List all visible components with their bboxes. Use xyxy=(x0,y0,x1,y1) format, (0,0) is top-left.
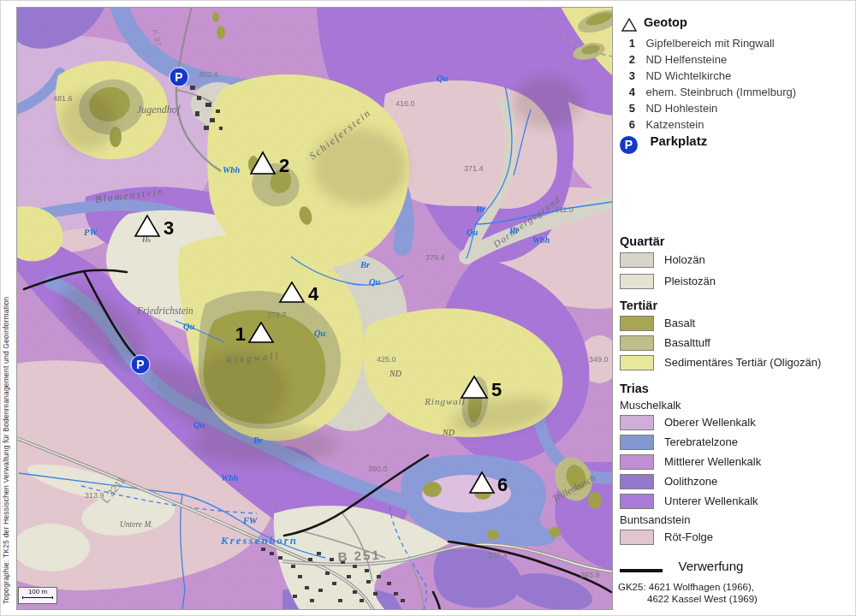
legend-row-basalttuff: Basalttuff xyxy=(620,335,654,354)
swatch-unterer-wellenkalk xyxy=(620,494,654,509)
svg-text:Qu: Qu xyxy=(314,329,326,338)
label-friedrichstein: Friedrichstein xyxy=(136,305,193,316)
svg-text:Qu: Qu xyxy=(467,228,479,237)
gk25-line1: GK25: 4621 Wolfhagen (1966), xyxy=(618,582,754,592)
svg-text:Wbh: Wbh xyxy=(532,235,550,245)
swatch-mittlerer-wellenkalk xyxy=(620,454,654,470)
label-nd1: ND xyxy=(389,369,402,378)
svg-text:393.9: 393.9 xyxy=(580,571,600,579)
svg-text:FW: FW xyxy=(242,516,258,525)
svg-text:Br: Br xyxy=(508,226,520,235)
legend-geotop-item: 1 Gipfelbereich mit Ringwall xyxy=(620,35,775,50)
legend-row-unterer-wellenkalk: Unterer Wellenkalk xyxy=(620,494,654,512)
legend-row-roet-folge: Röt-Folge xyxy=(620,530,654,548)
label-jugendhof: Jugendhof xyxy=(137,104,181,116)
legend-geotop-item: 4 ehem. Steinbruch (Immelburg) xyxy=(620,84,796,99)
geotop-triangle-icon xyxy=(621,18,637,32)
svg-text:349.0: 349.0 xyxy=(589,355,609,364)
label-ringwall-e: Ringwall xyxy=(424,396,466,406)
legend-geotop-item: 2 ND Helfensteine xyxy=(620,51,727,67)
svg-text:425.0: 425.0 xyxy=(377,355,396,364)
legend-row-holozaen: Holozän xyxy=(620,252,654,271)
svg-text:313.9: 313.9 xyxy=(85,491,104,500)
svg-text:4: 4 xyxy=(308,283,319,305)
svg-text:481.6: 481.6 xyxy=(53,94,73,103)
svg-text:1: 1 xyxy=(235,323,246,345)
svg-text:6: 6 xyxy=(497,474,508,495)
svg-text:371.4: 371.4 xyxy=(464,164,484,173)
geologic-map[interactable]: Jugendhof Schieferstein Blumenstein Frie… xyxy=(16,7,613,610)
legend-trias-header: Trias xyxy=(620,382,649,395)
label-kressenborn: Kressenborn xyxy=(220,534,298,547)
svg-text:Wbh: Wbh xyxy=(223,165,241,175)
svg-text:Qu: Qu xyxy=(193,420,205,429)
svg-text:Qu: Qu xyxy=(183,322,195,331)
scale-bar-label: 100 m xyxy=(28,588,47,595)
legend-row-oberer-wellenkalk: Oberer Wellenkalk xyxy=(620,415,654,434)
svg-text:Br: Br xyxy=(475,204,486,214)
legend-tertiaer-header: Tertiär xyxy=(620,299,657,312)
svg-text:5: 5 xyxy=(491,379,502,400)
svg-text:402.4: 402.4 xyxy=(199,70,218,79)
svg-text:2: 2 xyxy=(279,155,289,176)
fault-line-symbol xyxy=(620,569,663,572)
svg-text:311.0: 311.0 xyxy=(555,205,574,214)
svg-text:Qu: Qu xyxy=(369,277,381,287)
legend-geotop-item: 6 Katzenstein xyxy=(620,116,704,132)
svg-text:PW: PW xyxy=(84,228,98,237)
legend-row-sed-tertiaer: Sedimentäres Tertiär (Oligozän) xyxy=(620,355,654,374)
legend-quartaer-header: Quartär xyxy=(620,234,664,248)
swatch-basalttuff xyxy=(620,335,654,351)
label-untere: Untere M. xyxy=(120,520,153,529)
map-source-caption: Topographie: TK25 der Hessischen Verwalt… xyxy=(2,159,15,604)
parkplatz-label: Parkplatz xyxy=(650,133,707,148)
legend-row-mittlerer-wellenkalk: Mittlerer Wellenkalk xyxy=(620,454,654,473)
legend-geotop-item: 5 ND Hohlestein xyxy=(620,100,717,116)
label-nd2: ND xyxy=(442,428,455,437)
legend-row-pleistozaen: Pleistozän xyxy=(620,274,654,293)
scale-bar: 100 m xyxy=(18,587,57,604)
parking-p-glyph: P xyxy=(136,358,144,371)
svg-text:Qu: Qu xyxy=(437,74,449,83)
map-legend: Geotop 1 Gipfelbereich mit Ringwall 2 ND… xyxy=(613,7,854,609)
swatch-holozaen xyxy=(620,252,654,268)
svg-text:Br: Br xyxy=(360,260,371,270)
swatch-oolithzone xyxy=(620,474,654,489)
legend-row-oolithzone: Oolithzone xyxy=(620,474,654,493)
parking-p-glyph: P xyxy=(175,70,182,84)
svg-text:377.4: 377.4 xyxy=(488,551,508,560)
legend-geotop-header: Geotop xyxy=(644,15,687,29)
parking-marker-1[interactable]: P xyxy=(169,68,188,86)
legend-muschelkalk-sub: Muschelkalk xyxy=(620,399,681,412)
verwerfung-label: Verwerfung xyxy=(678,559,743,573)
svg-text:390.0: 390.0 xyxy=(368,465,388,473)
svg-text:Wbh: Wbh xyxy=(221,473,239,483)
svg-text:379.4: 379.4 xyxy=(425,253,445,262)
svg-text:3: 3 xyxy=(163,217,174,239)
swatch-sed-tertiaer xyxy=(620,355,654,370)
svg-text:378.7: 378.7 xyxy=(267,311,287,319)
swatch-oberer-wellenkalk xyxy=(620,415,654,430)
swatch-terebratelzone xyxy=(620,435,654,450)
legend-geotop-item: 3 ND Wichtelkirche xyxy=(620,68,731,83)
legend-verwerfung-row: Verwerfung xyxy=(620,559,743,576)
swatch-roet-folge xyxy=(620,530,654,545)
swatch-basalt xyxy=(620,316,654,331)
parking-marker-2[interactable]: P xyxy=(131,355,150,374)
legend-row-basalt: Basalt xyxy=(620,316,654,335)
label-b251: B 251 xyxy=(337,548,381,565)
legend-row-terebratelzone: Terebratelzone xyxy=(620,435,654,453)
topo-texture xyxy=(16,7,613,610)
scale-bar-rule xyxy=(22,596,53,599)
parkplatz-icon: P xyxy=(620,136,638,154)
svg-text:Br: Br xyxy=(253,435,264,445)
svg-text:416.0: 416.0 xyxy=(395,99,415,108)
gk25-line2: 4622 Kassel West (1969) xyxy=(647,594,758,604)
legend-buntsandstein-sub: Buntsandstein xyxy=(620,513,690,526)
swatch-pleistozaen xyxy=(620,274,654,289)
legend-parkplatz-row: P Parkplatz xyxy=(620,133,707,154)
